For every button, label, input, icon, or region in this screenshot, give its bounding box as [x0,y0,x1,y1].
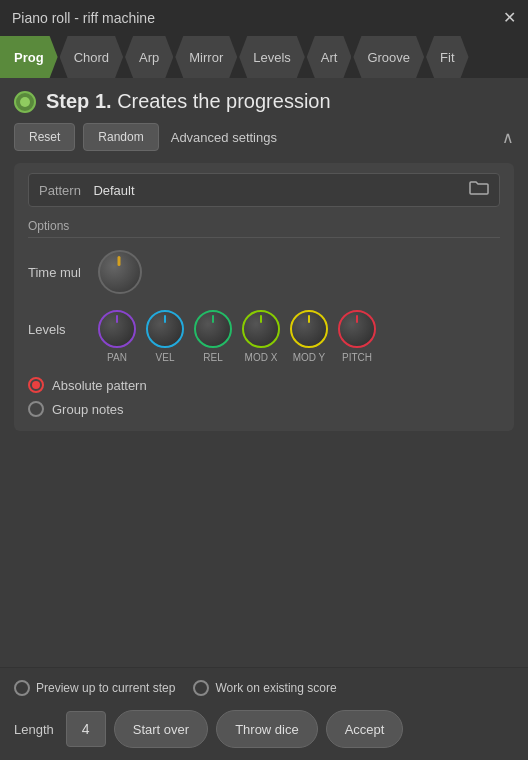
knob-rel-item: REL [194,310,232,363]
tab-arp[interactable]: Arp [125,36,173,78]
close-button[interactable]: ✕ [503,10,516,26]
time-mul-label: Time mul [28,265,98,280]
time-mul-knob[interactable] [98,250,142,294]
knob-modx-label: MOD X [245,352,278,363]
pattern-row: Pattern Default [28,173,500,207]
pattern-folder-button[interactable] [469,180,489,200]
length-input[interactable] [66,711,106,747]
knob-modx[interactable] [242,310,280,348]
advanced-settings-label: Advanced settings [171,130,494,145]
random-button[interactable]: Random [83,123,158,151]
knobs-group: PAN VEL REL [98,310,376,363]
knob-pitch-item: PITCH [338,310,376,363]
work-on-score-radio-circle [193,680,209,696]
knob-vel[interactable] [146,310,184,348]
step-header: Step 1. Creates the progression [14,90,514,113]
preview-radio-circle [14,680,30,696]
pattern-info: Pattern Default [39,181,135,199]
tab-bar: Prog Chord Arp Mirror Levels Art Groove … [0,36,528,78]
knob-pan-label: PAN [107,352,127,363]
levels-label: Levels [28,310,98,337]
radio-group-notes-label: Group notes [52,402,124,417]
tab-prog[interactable]: Prog [0,36,58,78]
throw-dice-button[interactable]: Throw dice [216,710,318,748]
radio-group-notes-circle [28,401,44,417]
knob-pan[interactable] [98,310,136,348]
knob-pitch[interactable] [338,310,376,348]
pattern-value: Default [93,183,134,198]
tab-chord[interactable]: Chord [60,36,123,78]
folder-icon [469,180,489,196]
accept-button[interactable]: Accept [326,710,404,748]
main-content: Step 1. Creates the progression Reset Ra… [0,78,528,667]
options-panel: Pattern Default Options Time mul [14,163,514,431]
knob-vel-label: VEL [156,352,175,363]
length-label: Length [14,722,54,737]
bottom-section: Preview up to current step Work on exist… [0,667,528,760]
preview-row: Preview up to current step Work on exist… [14,680,514,696]
options-title: Options [28,219,500,238]
window-title: Piano roll - riff machine [12,10,155,26]
radio-absolute-label: Absolute pattern [52,378,147,393]
levels-row: Levels PAN VEL [28,310,500,363]
time-mul-knob-container [98,250,142,294]
knob-rel[interactable] [194,310,232,348]
tab-levels[interactable]: Levels [239,36,305,78]
work-on-score-label: Work on existing score [215,681,336,695]
toolbar-row: Reset Random Advanced settings ∧ [14,123,514,151]
radio-absolute-circle [28,377,44,393]
work-on-score[interactable]: Work on existing score [193,680,336,696]
preview-current-step[interactable]: Preview up to current step [14,680,175,696]
time-mul-row: Time mul [28,250,500,294]
preview-label: Preview up to current step [36,681,175,695]
main-window: Piano roll - riff machine ✕ Prog Chord A… [0,0,528,760]
radio-group-notes[interactable]: Group notes [28,401,500,417]
radio-absolute[interactable]: Absolute pattern [28,377,500,393]
step-title: Step 1. Creates the progression [46,90,331,113]
knob-mody-label: MOD Y [293,352,326,363]
tab-mirror[interactable]: Mirror [175,36,237,78]
tab-fit[interactable]: Fit [426,36,468,78]
knob-rel-label: REL [203,352,222,363]
step-indicator-inner [20,97,30,107]
knob-pan-item: PAN [98,310,136,363]
knob-mody-item: MOD Y [290,310,328,363]
radio-group: Absolute pattern Group notes [28,377,500,417]
tab-groove[interactable]: Groove [353,36,424,78]
start-over-button[interactable]: Start over [114,710,208,748]
collapse-button[interactable]: ∧ [502,128,514,147]
tab-art[interactable]: Art [307,36,352,78]
reset-button[interactable]: Reset [14,123,75,151]
title-bar: Piano roll - riff machine ✕ [0,0,528,36]
step-indicator [14,91,36,113]
knob-modx-item: MOD X [242,310,280,363]
knob-mody[interactable] [290,310,328,348]
knob-pitch-label: PITCH [342,352,372,363]
action-row: Length Start over Throw dice Accept [14,710,514,748]
pattern-label: Pattern [39,183,81,198]
knob-vel-item: VEL [146,310,184,363]
